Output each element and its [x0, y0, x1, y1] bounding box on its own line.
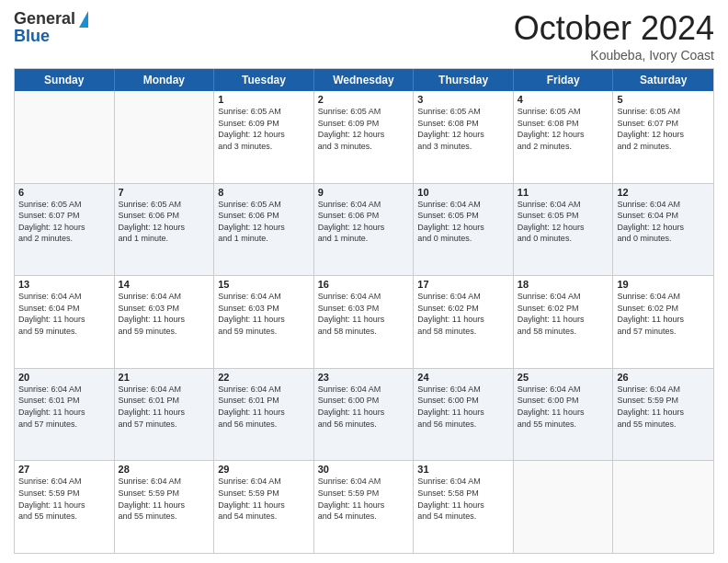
day-number: 26	[617, 372, 710, 383]
day-info: Sunrise: 6:04 AM Sunset: 5:59 PM Dayligh…	[18, 476, 110, 522]
day-info: Sunrise: 6:04 AM Sunset: 5:59 PM Dayligh…	[318, 476, 410, 522]
day-info: Sunrise: 6:04 AM Sunset: 6:03 PM Dayligh…	[218, 291, 310, 337]
day-info: Sunrise: 6:04 AM Sunset: 5:59 PM Dayligh…	[617, 384, 710, 430]
day-number: 18	[518, 279, 609, 290]
calendar: SundayMondayTuesdayWednesdayThursdayFrid…	[14, 68, 714, 554]
day-number: 23	[318, 372, 410, 383]
day-info: Sunrise: 6:04 AM Sunset: 5:59 PM Dayligh…	[119, 476, 210, 522]
calendar-cell: 7Sunrise: 6:05 AM Sunset: 6:06 PM Daylig…	[115, 184, 215, 276]
calendar-cell: 4Sunrise: 6:05 AM Sunset: 6:08 PM Daylig…	[514, 91, 614, 183]
day-info: Sunrise: 6:05 AM Sunset: 6:08 PM Dayligh…	[518, 106, 609, 152]
day-info: Sunrise: 6:04 AM Sunset: 6:03 PM Dayligh…	[318, 291, 410, 337]
logo-general-text: General	[14, 9, 75, 29]
calendar-cell: 10Sunrise: 6:04 AM Sunset: 6:05 PM Dayli…	[414, 184, 514, 276]
day-info: Sunrise: 6:04 AM Sunset: 6:00 PM Dayligh…	[318, 384, 410, 430]
day-number: 8	[218, 187, 310, 198]
calendar-cell: 17Sunrise: 6:04 AM Sunset: 6:02 PM Dayli…	[414, 276, 514, 368]
day-info: Sunrise: 6:04 AM Sunset: 6:02 PM Dayligh…	[518, 291, 609, 337]
calendar-cell: 1Sunrise: 6:05 AM Sunset: 6:09 PM Daylig…	[214, 91, 314, 183]
calendar-cell	[15, 91, 115, 183]
calendar-cell: 14Sunrise: 6:04 AM Sunset: 6:03 PM Dayli…	[115, 276, 215, 368]
day-info: Sunrise: 6:04 AM Sunset: 6:00 PM Dayligh…	[518, 384, 609, 430]
day-number: 22	[218, 372, 310, 383]
month-title: October 2024	[514, 9, 714, 48]
day-info: Sunrise: 6:05 AM Sunset: 6:07 PM Dayligh…	[617, 106, 710, 152]
day-number: 17	[417, 279, 509, 290]
calendar-cell	[514, 461, 614, 553]
day-info: Sunrise: 6:04 AM Sunset: 6:05 PM Dayligh…	[417, 199, 509, 245]
calendar-cell: 15Sunrise: 6:04 AM Sunset: 6:03 PM Dayli…	[214, 276, 314, 368]
day-info: Sunrise: 6:04 AM Sunset: 5:58 PM Dayligh…	[417, 476, 509, 522]
weekday-header: Sunday	[15, 69, 115, 91]
day-info: Sunrise: 6:05 AM Sunset: 6:08 PM Dayligh…	[417, 106, 509, 152]
day-number: 30	[318, 464, 410, 475]
day-info: Sunrise: 6:04 AM Sunset: 6:04 PM Dayligh…	[18, 291, 110, 337]
day-number: 16	[318, 279, 410, 290]
calendar-cell	[115, 91, 215, 183]
logo: General Blue	[14, 9, 88, 46]
subtitle: Koubeba, Ivory Coast	[514, 48, 714, 63]
day-info: Sunrise: 6:04 AM Sunset: 6:03 PM Dayligh…	[119, 291, 210, 337]
calendar-cell: 18Sunrise: 6:04 AM Sunset: 6:02 PM Dayli…	[514, 276, 614, 368]
weekday-header: Wednesday	[314, 69, 415, 91]
calendar-cell: 5Sunrise: 6:05 AM Sunset: 6:07 PM Daylig…	[613, 91, 713, 183]
day-number: 1	[218, 94, 310, 105]
calendar-cell: 6Sunrise: 6:05 AM Sunset: 6:07 PM Daylig…	[15, 184, 115, 276]
calendar-cell: 16Sunrise: 6:04 AM Sunset: 6:03 PM Dayli…	[314, 276, 415, 368]
calendar-cell: 3Sunrise: 6:05 AM Sunset: 6:08 PM Daylig…	[414, 91, 514, 183]
day-number: 4	[518, 94, 609, 105]
day-number: 9	[318, 187, 410, 198]
weekday-header: Monday	[115, 69, 215, 91]
day-number: 10	[417, 187, 509, 198]
calendar-cell: 24Sunrise: 6:04 AM Sunset: 6:00 PM Dayli…	[414, 369, 514, 461]
day-number: 15	[218, 279, 310, 290]
calendar-row: 13Sunrise: 6:04 AM Sunset: 6:04 PM Dayli…	[15, 275, 713, 368]
calendar-cell: 20Sunrise: 6:04 AM Sunset: 6:01 PM Dayli…	[15, 369, 115, 461]
day-number: 25	[518, 372, 609, 383]
calendar-cell: 25Sunrise: 6:04 AM Sunset: 6:00 PM Dayli…	[514, 369, 614, 461]
day-info: Sunrise: 6:05 AM Sunset: 6:07 PM Dayligh…	[18, 199, 110, 245]
day-number: 20	[18, 372, 110, 383]
logo-triangle-icon	[79, 11, 88, 28]
calendar-cell: 19Sunrise: 6:04 AM Sunset: 6:02 PM Dayli…	[613, 276, 713, 368]
weekday-header: Tuesday	[214, 69, 314, 91]
day-info: Sunrise: 6:04 AM Sunset: 6:02 PM Dayligh…	[617, 291, 710, 337]
day-number: 3	[417, 94, 509, 105]
calendar-cell: 9Sunrise: 6:04 AM Sunset: 6:06 PM Daylig…	[314, 184, 415, 276]
day-info: Sunrise: 6:04 AM Sunset: 6:01 PM Dayligh…	[18, 384, 110, 430]
calendar-cell: 21Sunrise: 6:04 AM Sunset: 6:01 PM Dayli…	[115, 369, 215, 461]
calendar-cell: 27Sunrise: 6:04 AM Sunset: 5:59 PM Dayli…	[15, 461, 115, 553]
title-area: October 2024 Koubeba, Ivory Coast	[514, 9, 714, 63]
weekday-header: Saturday	[613, 69, 713, 91]
day-info: Sunrise: 6:05 AM Sunset: 6:09 PM Dayligh…	[218, 106, 310, 152]
logo-blue-text: Blue	[14, 27, 50, 46]
day-info: Sunrise: 6:04 AM Sunset: 6:01 PM Dayligh…	[119, 384, 210, 430]
day-number: 31	[417, 464, 509, 475]
day-number: 7	[119, 187, 210, 198]
day-number: 6	[18, 187, 110, 198]
calendar-cell: 8Sunrise: 6:05 AM Sunset: 6:06 PM Daylig…	[214, 184, 314, 276]
day-info: Sunrise: 6:05 AM Sunset: 6:09 PM Dayligh…	[318, 106, 410, 152]
day-info: Sunrise: 6:05 AM Sunset: 6:06 PM Dayligh…	[119, 199, 210, 245]
calendar-body: 1Sunrise: 6:05 AM Sunset: 6:09 PM Daylig…	[15, 91, 713, 553]
day-number: 5	[617, 94, 710, 105]
calendar-header: SundayMondayTuesdayWednesdayThursdayFrid…	[15, 69, 713, 91]
day-info: Sunrise: 6:04 AM Sunset: 6:00 PM Dayligh…	[417, 384, 509, 430]
day-number: 2	[318, 94, 410, 105]
day-info: Sunrise: 6:04 AM Sunset: 6:06 PM Dayligh…	[318, 199, 410, 245]
calendar-cell: 26Sunrise: 6:04 AM Sunset: 5:59 PM Dayli…	[613, 369, 713, 461]
day-info: Sunrise: 6:04 AM Sunset: 5:59 PM Dayligh…	[218, 476, 310, 522]
day-number: 29	[218, 464, 310, 475]
day-number: 21	[119, 372, 210, 383]
day-info: Sunrise: 6:05 AM Sunset: 6:06 PM Dayligh…	[218, 199, 310, 245]
calendar-cell: 13Sunrise: 6:04 AM Sunset: 6:04 PM Dayli…	[15, 276, 115, 368]
calendar-cell: 23Sunrise: 6:04 AM Sunset: 6:00 PM Dayli…	[314, 369, 415, 461]
weekday-header: Friday	[514, 69, 614, 91]
day-number: 24	[417, 372, 509, 383]
day-number: 28	[119, 464, 210, 475]
weekday-header: Thursday	[414, 69, 514, 91]
day-info: Sunrise: 6:04 AM Sunset: 6:05 PM Dayligh…	[518, 199, 609, 245]
header: General Blue October 2024 Koubeba, Ivory…	[14, 9, 714, 63]
day-info: Sunrise: 6:04 AM Sunset: 6:04 PM Dayligh…	[617, 199, 710, 245]
day-number: 14	[119, 279, 210, 290]
